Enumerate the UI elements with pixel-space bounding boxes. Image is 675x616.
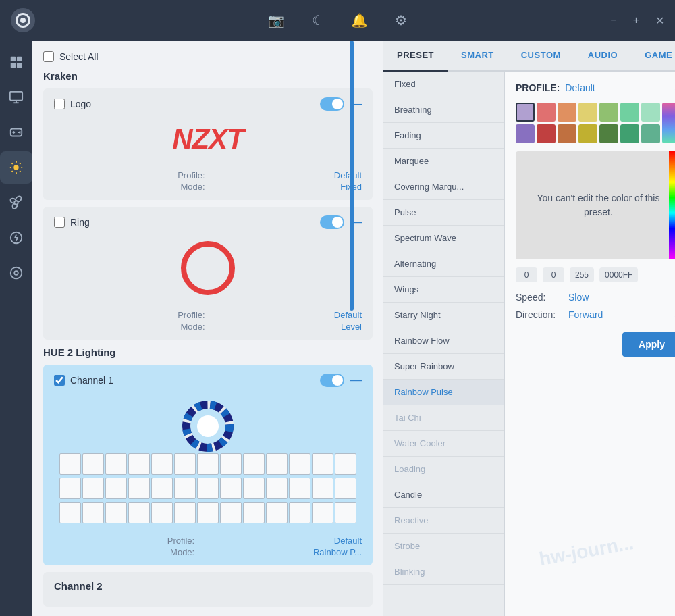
led-grid-row1	[59, 453, 356, 475]
preset-item-alternating[interactable]: Alternating	[383, 251, 504, 277]
preset-item-rainbow-flow[interactable]: Rainbow Flow	[383, 328, 504, 354]
preset-item-breathing[interactable]: Breathing	[383, 97, 504, 123]
preset-item-starry-night[interactable]: Starry Night	[383, 303, 504, 328]
bell-icon[interactable]: 🔔	[351, 12, 368, 28]
sidebar-item-fan[interactable]	[0, 186, 32, 219]
preset-item-strobe[interactable]: Strobe	[383, 534, 504, 559]
svg-rect-1	[17, 57, 22, 61]
ring-toggle[interactable]	[320, 215, 344, 229]
svg-line-12	[12, 163, 13, 164]
sidebar-item-display[interactable]	[0, 81, 32, 113]
profile-value: Default	[565, 82, 668, 93]
title-bar: 📷 ☾ 🔔 ⚙ − + ✕	[0, 0, 675, 41]
svg-point-7	[14, 165, 18, 170]
preset-item-fixed[interactable]: Fixed	[383, 72, 504, 97]
svg-line-15	[20, 163, 20, 164]
ring-profile-value: Default	[211, 310, 362, 320]
color-swatch-salmon[interactable]	[537, 103, 556, 122]
sidebar-item-gamepad[interactable]	[0, 116, 32, 149]
minimize-button[interactable]: −	[610, 14, 616, 26]
ring-card-header: Ring —	[54, 215, 362, 229]
sidebar-item-dashboard[interactable]	[0, 46, 32, 78]
title-bar-icons: 📷 ☾ 🔔 ⚙	[268, 12, 407, 28]
logo-card-header: Logo —	[54, 97, 362, 111]
channel1-preview	[54, 394, 362, 532]
sidebar-item-power[interactable]	[0, 222, 32, 254]
color-swatch-dark-green[interactable]	[599, 124, 618, 143]
tab-audio[interactable]: AUDIO	[574, 41, 631, 72]
svg-line-13	[20, 171, 20, 172]
channel2-title: Channel 2	[54, 580, 362, 592]
tab-smart[interactable]: SMART	[448, 41, 508, 72]
svg-point-19	[14, 271, 18, 275]
tab-game[interactable]: GAME	[631, 41, 675, 72]
hue-ring-visual	[181, 399, 235, 453]
preset-item-super-rainbow[interactable]: Super Rainbow	[383, 354, 504, 380]
sidebar	[0, 41, 32, 616]
ring-device-name: Ring	[70, 217, 315, 228]
sidebar-item-storage[interactable]	[0, 257, 32, 289]
color-swatch-sea-green[interactable]	[641, 124, 660, 143]
camera-icon[interactable]: 📷	[268, 12, 285, 28]
channel1-minus-button[interactable]: —	[350, 373, 362, 387]
led-grid-row3	[59, 502, 356, 523]
color-swatch-dark-yellow[interactable]	[578, 124, 597, 143]
color-swatch-teal-light[interactable]	[620, 103, 639, 122]
logo-checkbox[interactable]	[54, 99, 65, 109]
logo-device-name: Logo	[70, 99, 315, 109]
preset-item-reactive[interactable]: Reactive	[383, 508, 504, 534]
preset-item-spectrum-wave[interactable]: Spectrum Wave	[383, 226, 504, 251]
profile-row: PROFILE: Default ⌄	[516, 82, 675, 93]
channel1-mode-value: Rainbow P...	[200, 547, 362, 557]
main-layout: Select All Kraken Logo — NZXT Profile:	[0, 41, 675, 616]
preset-item-rainbow-pulse[interactable]: Rainbow Pulse	[383, 380, 504, 405]
kraken-section-title: Kraken	[43, 70, 373, 82]
color-gradient-vertical[interactable]	[662, 103, 675, 143]
ring-checkbox[interactable]	[54, 217, 65, 228]
preset-item-blinking[interactable]: Blinking	[383, 559, 504, 585]
preset-item-marquee[interactable]: Marquee	[383, 149, 504, 174]
channel2-section: Channel 2	[43, 572, 373, 607]
color-gradient-bar[interactable]	[669, 151, 675, 259]
color-swatch-purple-light[interactable]	[516, 103, 535, 122]
profile-label: PROFILE:	[516, 82, 560, 93]
sidebar-item-lighting[interactable]	[0, 151, 32, 184]
right-panel: PRESET SMART CUSTOM AUDIO GAME Fixed Bre…	[383, 41, 675, 616]
svg-rect-3	[17, 63, 22, 68]
preset-item-fading[interactable]: Fading	[383, 123, 504, 149]
tab-custom[interactable]: CUSTOM	[508, 41, 574, 72]
select-all-label: Select All	[59, 51, 99, 62]
close-button[interactable]: ✕	[655, 14, 664, 27]
color-swatch-dark-orange[interactable]	[558, 124, 576, 143]
channel1-checkbox[interactable]	[54, 375, 65, 386]
maximize-button[interactable]: +	[633, 14, 639, 26]
ring-preview	[54, 236, 362, 306]
apply-button[interactable]: Apply	[622, 332, 675, 357]
logo-toggle[interactable]	[320, 97, 344, 111]
channel1-device-card: Channel 1 —	[43, 365, 373, 565]
moon-icon[interactable]: ☾	[312, 12, 324, 28]
color-swatch-green[interactable]	[599, 103, 618, 122]
preset-item-candle[interactable]: Candle	[383, 482, 504, 508]
color-swatch-mint[interactable]	[641, 103, 660, 122]
led-grid-row2	[59, 478, 356, 499]
ring-profile-info: Profile: Default Mode: Level	[54, 310, 362, 332]
preset-item-loading[interactable]: Loading	[383, 457, 504, 482]
tab-preset[interactable]: PRESET	[383, 41, 448, 72]
color-swatch-purple[interactable]	[516, 124, 535, 143]
channel1-toggle[interactable]	[320, 374, 344, 387]
preset-item-covering-marquee[interactable]: Covering Marqu...	[383, 174, 504, 200]
color-swatch-yellow[interactable]	[578, 103, 597, 122]
settings-icon[interactable]: ⚙	[395, 12, 407, 28]
preset-item-tai-chi[interactable]: Tai Chi	[383, 405, 504, 431]
preset-item-water-cooler[interactable]: Water Cooler	[383, 431, 504, 457]
color-swatch-red[interactable]	[537, 124, 556, 143]
color-swatch-dark-teal[interactable]	[620, 124, 639, 143]
preset-item-pulse[interactable]: Pulse	[383, 200, 504, 226]
select-all-checkbox[interactable]	[43, 51, 54, 62]
color-display-area: You can't edit the color of thispreset.	[516, 151, 675, 259]
svg-line-14	[12, 171, 13, 172]
color-swatch-orange[interactable]	[558, 103, 576, 122]
preset-item-wings[interactable]: Wings	[383, 277, 504, 303]
logo-mode-value: Fixed	[211, 182, 362, 192]
